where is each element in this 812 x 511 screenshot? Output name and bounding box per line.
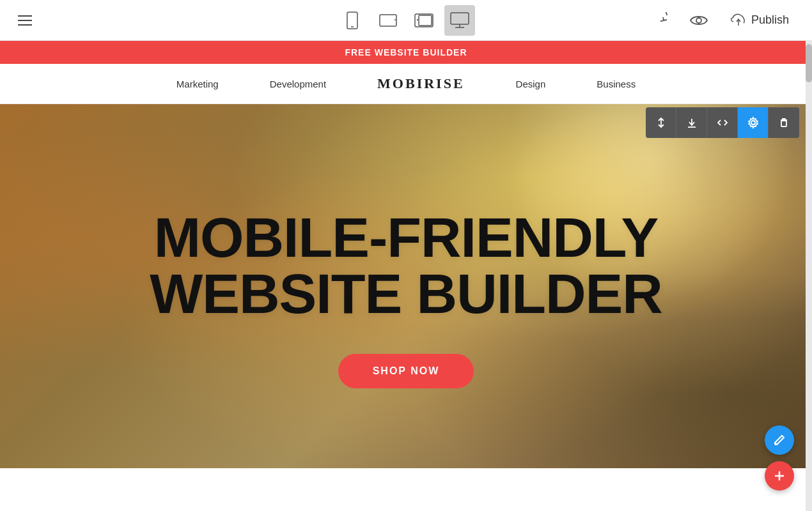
svg-point-10 bbox=[696, 18, 701, 23]
block-settings-button[interactable] bbox=[738, 107, 769, 138]
preview-button[interactable] bbox=[690, 14, 708, 27]
nav-item-business[interactable]: Business bbox=[597, 79, 636, 89]
hero-section: MOBILE-FRIENDLY WEBSITE BUILDER SHOP NOW bbox=[0, 104, 812, 468]
scrollbar-track[interactable] bbox=[806, 41, 812, 511]
hero-title-line1: MOBILE-FRIENDLY bbox=[154, 206, 658, 269]
free-banner: FREE WEBSITE BUILDER bbox=[0, 41, 812, 64]
block-toolbar bbox=[646, 107, 799, 138]
edit-fab-button[interactable] bbox=[765, 425, 794, 455]
add-fab-button[interactable] bbox=[765, 461, 794, 491]
hamburger-menu-button[interactable] bbox=[13, 10, 37, 31]
block-delete-button[interactable] bbox=[769, 107, 799, 138]
scrollbar-thumb[interactable] bbox=[806, 44, 812, 82]
block-reorder-button[interactable] bbox=[646, 107, 676, 138]
block-download-button[interactable] bbox=[676, 107, 707, 138]
tablet-view-button[interactable] bbox=[373, 5, 403, 36]
hamburger-line-2 bbox=[18, 20, 32, 21]
publish-button[interactable]: Publish bbox=[721, 8, 799, 33]
toolbar-left bbox=[13, 10, 37, 31]
site-navigation: Marketing Development MOBIRISE Design Bu… bbox=[0, 64, 812, 104]
hero-title: MOBILE-FRIENDLY WEBSITE BUILDER bbox=[150, 210, 662, 322]
block-code-button[interactable] bbox=[707, 107, 738, 138]
nav-item-development[interactable]: Development bbox=[270, 79, 326, 89]
publish-label: Publish bbox=[751, 13, 789, 27]
hamburger-line-1 bbox=[18, 15, 32, 17]
svg-rect-16 bbox=[781, 121, 786, 126]
site-logo: MOBIRISE bbox=[377, 75, 464, 92]
svg-rect-7 bbox=[451, 13, 469, 24]
free-banner-text: FREE WEBSITE BUILDER bbox=[345, 47, 467, 57]
top-toolbar: Publish bbox=[0, 0, 812, 41]
publish-button-container[interactable]: Publish bbox=[721, 8, 799, 33]
svg-rect-2 bbox=[380, 15, 396, 26]
shop-now-button[interactable]: SHOP NOW bbox=[338, 354, 474, 388]
svg-rect-6 bbox=[419, 15, 432, 26]
undo-button[interactable] bbox=[660, 12, 677, 29]
nav-item-design[interactable]: Design bbox=[516, 79, 546, 89]
desktop-view-button[interactable] bbox=[444, 5, 475, 36]
svg-rect-0 bbox=[347, 12, 357, 29]
nav-item-marketing[interactable]: Marketing bbox=[176, 79, 219, 89]
hero-title-line2: WEBSITE BUILDER bbox=[150, 262, 662, 325]
hero-content: MOBILE-FRIENDLY WEBSITE BUILDER SHOP NOW bbox=[0, 104, 812, 468]
mobile-view-button[interactable] bbox=[337, 5, 368, 36]
svg-point-15 bbox=[751, 121, 755, 125]
toolbar-right: Publish bbox=[660, 8, 799, 33]
hamburger-line-3 bbox=[18, 24, 32, 26]
tablet-landscape-button[interactable] bbox=[409, 5, 439, 36]
device-switcher bbox=[337, 5, 475, 36]
